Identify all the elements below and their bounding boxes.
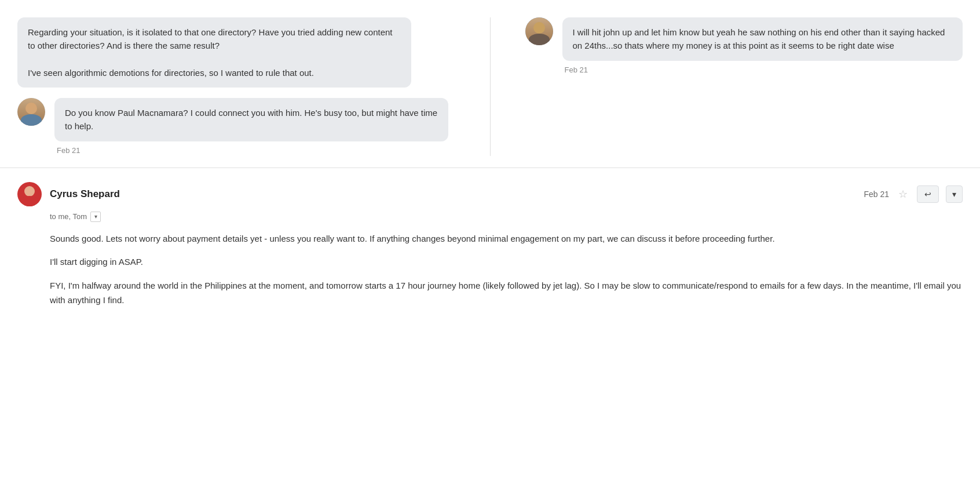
left-timestamp: Feb 21 — [54, 145, 455, 157]
sender-avatar — [17, 182, 42, 206]
email-sender-info: Cyrus Shepard — [17, 182, 120, 206]
page-container: Regarding your situation, is it isolated… — [0, 0, 980, 484]
to-recipients: to me, Tom — [50, 211, 87, 223]
right-bubble-wrap: I will hit john up and let him know but … — [525, 17, 963, 75]
left-bubble-2: Do you know Paul Macnamara? I could conn… — [54, 98, 448, 141]
recipients-dropdown[interactable]: ▾ — [90, 212, 101, 222]
left-bubble-2-with-avatar: Do you know Paul Macnamara? I could conn… — [17, 98, 455, 156]
chat-right-column: I will hit john up and let him know but … — [491, 17, 981, 156]
email-meta-right: Feb 21 ☆ ↩ ▾ — [864, 185, 963, 203]
email-para-1: Sounds good. Lets not worry about paymen… — [50, 232, 963, 246]
email-section: Cyrus Shepard Feb 21 ☆ ↩ ▾ to me, Tom ▾ … — [0, 168, 980, 331]
reply-button[interactable]: ↩ — [917, 185, 939, 203]
email-para-2: I'll start digging in ASAP. — [50, 255, 963, 270]
email-body: Sounds good. Lets not worry about paymen… — [50, 232, 963, 308]
right-bubble-1: I will hit john up and let him know but … — [562, 17, 963, 61]
sender-name: Cyrus Shepard — [50, 187, 120, 202]
email-header: Cyrus Shepard Feb 21 ☆ ↩ ▾ — [17, 182, 963, 206]
star-button[interactable]: ☆ — [896, 185, 910, 203]
email-date: Feb 21 — [864, 188, 889, 201]
email-para-3: FYI, I'm halfway around the world in the… — [50, 279, 963, 308]
left-messages: Regarding your situation, is it isolated… — [17, 17, 455, 156]
left-bubble-1: Regarding your situation, is it isolated… — [17, 17, 411, 88]
to-line: to me, Tom ▾ — [50, 211, 963, 223]
chat-left-column: Regarding your situation, is it isolated… — [0, 17, 491, 156]
reply-icon: ↩ — [924, 190, 931, 199]
right-timestamp: Feb 21 — [562, 64, 963, 76]
right-avatar-1 — [525, 17, 553, 45]
left-avatar-1 — [17, 98, 45, 126]
right-bubble-content: I will hit john up and let him know but … — [562, 17, 963, 75]
more-options-button[interactable]: ▾ — [946, 185, 963, 203]
chat-section: Regarding your situation, is it isolated… — [0, 0, 980, 168]
